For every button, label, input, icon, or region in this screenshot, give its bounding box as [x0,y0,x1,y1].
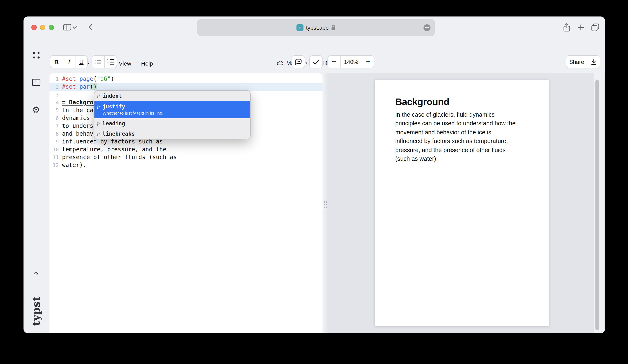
box-icon [32,78,41,86]
sidebar-dropdown-button[interactable] [73,26,77,29]
download-icon [591,59,597,65]
autocomplete-label: linebreaks [102,130,135,137]
tabs-icon [591,23,599,31]
autocomplete-item-leading[interactable]: pleading [94,118,250,128]
paragraph-line: (such as water). [395,154,528,163]
zoom-in-button[interactable]: + [362,56,374,68]
address-bar[interactable]: t typst.app [197,19,435,36]
help-button[interactable]: ? [23,271,49,279]
typst-logo: typst [24,296,48,326]
bullet-list-icon [94,59,101,65]
line-number: 2 [50,83,59,90]
format-button-group: B I U [50,55,88,69]
autocomplete-item-indent[interactable]: pindent [94,90,250,101]
numbered-list-button[interactable]: 1 2 [104,56,116,68]
gutter-divider [60,73,61,333]
autocomplete-item-justify[interactable]: pjustifyWhether to justify text in its l… [94,101,250,118]
code-line[interactable]: 12water). [50,161,322,169]
apps-grid-button[interactable] [23,52,49,59]
line-number: 7 [50,122,59,130]
screen: t typst.app [0,0,628,364]
share-page-button[interactable] [563,23,570,32]
zoom-window-button[interactable] [49,24,54,30]
line-number: 5 [50,106,59,114]
line-number: 11 [50,153,59,161]
autocomplete-label: indent [102,92,122,99]
new-tab-button[interactable] [578,24,584,30]
chevron-down-icon [73,26,77,29]
svg-text:2: 2 [107,62,108,65]
autocomplete-description: Whether to justify text in its line. [102,110,163,116]
italic-button[interactable]: I [63,56,75,68]
comment-button-group [292,55,305,69]
checkmark-icon [313,59,319,65]
paragraph-line: influenced by factors such as temperatur… [395,137,528,146]
share-icon [563,23,570,32]
code-line[interactable]: 2#set par() [50,83,322,90]
download-button[interactable] [587,56,600,68]
dots-grid-icon [33,52,39,59]
code-text: water). [59,161,86,169]
autocomplete-popup: pindentpjustifyWhether to justify text i… [94,90,250,139]
url-text: typst.app [306,24,329,31]
paragraph-line: In the case of glaciers, fluid dynamics [395,110,528,119]
settings-button[interactable]: ⚙ [23,106,49,115]
sidebar-icon [63,24,71,30]
zoom-level-button[interactable]: 140% [340,56,362,68]
line-number: 6 [50,114,59,122]
drag-handle-icon[interactable] [323,201,328,208]
preview-paragraph: In the case of glaciers, fluid dynamicsp… [395,110,528,163]
code-text: #set page("a6") [59,75,114,83]
typst-favicon: t [297,24,304,31]
param-marker-icon: p [97,120,102,127]
gear-icon: ⚙ [32,106,40,115]
back-button[interactable] [89,24,92,30]
check-button-group [309,55,323,69]
paragraph-line: principles can be used to understand how… [395,119,528,128]
zoom-control-group: − 140% + [327,55,374,69]
svg-text:1: 1 [107,59,108,62]
files-panel-button[interactable] [23,78,49,86]
minimize-window-button[interactable] [40,24,45,30]
paragraph-line: movement and behavior of the ice is [395,128,528,137]
bullet-list-button[interactable] [92,56,104,68]
chevron-left-icon [89,24,92,30]
preview-heading: Background [395,96,528,108]
line-number: 10 [50,145,59,153]
question-mark-icon: ? [34,271,38,279]
code-text: temperature, pressure, and the [59,145,166,153]
code-text: presence of other fluids (such as [59,153,177,161]
share-button[interactable]: Share [566,56,587,68]
tab-overview-button[interactable] [591,23,599,31]
share-button-group: Share [565,55,600,69]
list-button-group: 1 2 [91,55,117,69]
spellcheck-button[interactable] [310,56,322,68]
code-text: #set par() [59,83,97,90]
line-number: 3 [50,90,59,98]
toolbar: B I U [23,55,605,69]
zoom-out-button[interactable]: − [328,56,340,68]
line-number: 8 [50,130,59,138]
code-line[interactable]: 1#set page("a6") [50,75,322,83]
underline-button[interactable]: U [75,56,87,68]
chrome-divider [81,23,81,31]
autocomplete-label: leading [102,120,125,127]
toggle-sidebar-button[interactable] [63,24,71,30]
param-marker-icon: p [97,130,102,137]
preview-pane: Background In the case of glaciers, flui… [327,73,605,333]
code-line[interactable]: 11presence of other fluids (such as [50,153,322,161]
bold-button[interactable]: B [50,56,63,68]
line-number: 9 [50,138,59,145]
close-window-button[interactable] [31,24,37,30]
page-settings-button[interactable] [423,24,430,31]
paragraph-line: pressure, and the presence of other flui… [395,146,528,154]
param-marker-icon: p [97,103,102,110]
autocomplete-item-linebreaks[interactable]: plinebreaks [94,128,250,139]
comment-button[interactable] [292,56,305,68]
line-number: 4 [50,98,59,106]
plus-icon [578,24,584,30]
comment-bubble-icon [295,59,302,65]
browser-chrome: t typst.app [23,16,605,38]
preview-scrollbar-thumb[interactable] [595,80,599,330]
code-line[interactable]: 10temperature, pressure, and the [50,145,322,153]
